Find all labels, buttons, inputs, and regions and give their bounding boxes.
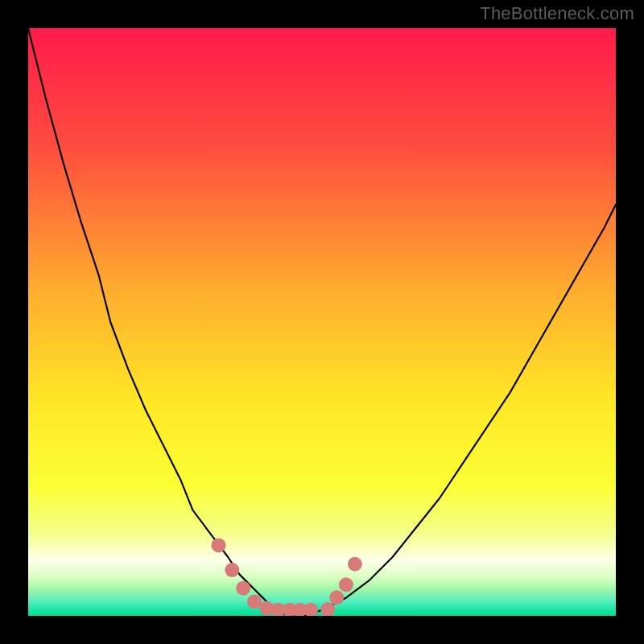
curve-markers [212, 538, 362, 616]
chart-frame: TheBottleneck.com [0, 0, 644, 644]
curve-marker [329, 590, 344, 605]
bottleneck-curve [28, 28, 616, 616]
curve-marker [303, 603, 318, 616]
curve-marker [212, 538, 226, 552]
curve-marker [339, 577, 353, 592]
curve-marker [225, 563, 239, 577]
curve-marker [247, 594, 262, 609]
curve-marker [236, 581, 250, 596]
watermark-text: TheBottleneck.com [480, 3, 634, 24]
plot-area [28, 28, 616, 616]
curve-layer [28, 28, 616, 616]
curve-marker [348, 557, 362, 572]
